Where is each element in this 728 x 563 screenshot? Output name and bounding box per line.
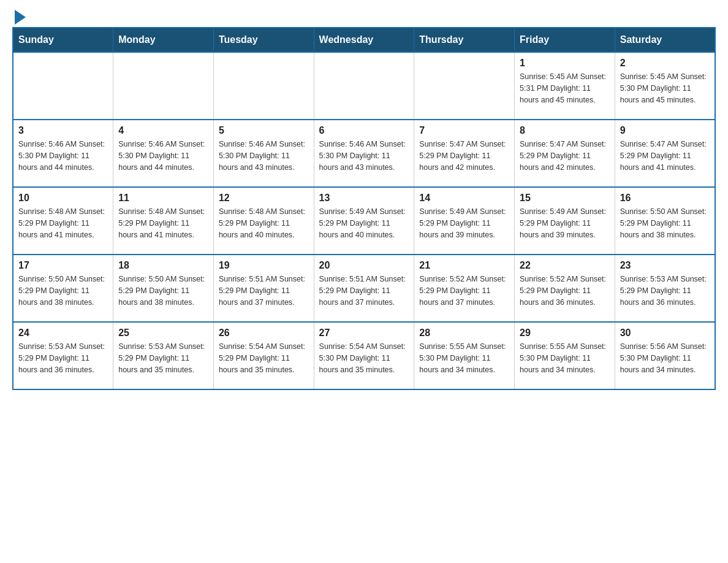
day-info: Sunrise: 5:54 AM Sunset: 5:29 PM Dayligh… bbox=[219, 341, 309, 375]
calendar-header-friday: Friday bbox=[515, 28, 615, 52]
day-info: Sunrise: 5:49 AM Sunset: 5:29 PM Dayligh… bbox=[319, 206, 409, 240]
calendar-cell: 26Sunrise: 5:54 AM Sunset: 5:29 PM Dayli… bbox=[213, 322, 314, 389]
calendar-cell: 2Sunrise: 5:45 AM Sunset: 5:30 PM Daylig… bbox=[615, 52, 715, 120]
calendar-cell: 13Sunrise: 5:49 AM Sunset: 5:29 PM Dayli… bbox=[314, 187, 414, 255]
calendar-cell: 30Sunrise: 5:56 AM Sunset: 5:30 PM Dayli… bbox=[615, 322, 715, 389]
calendar-header-tuesday: Tuesday bbox=[213, 28, 314, 52]
day-number: 6 bbox=[319, 125, 409, 136]
day-info: Sunrise: 5:53 AM Sunset: 5:29 PM Dayligh… bbox=[620, 274, 710, 308]
day-info: Sunrise: 5:49 AM Sunset: 5:29 PM Dayligh… bbox=[520, 206, 610, 240]
calendar-cell: 3Sunrise: 5:46 AM Sunset: 5:30 PM Daylig… bbox=[13, 120, 113, 187]
calendar-cell: 18Sunrise: 5:50 AM Sunset: 5:29 PM Dayli… bbox=[113, 255, 214, 322]
logo-general bbox=[12, 12, 26, 25]
calendar-cell: 29Sunrise: 5:55 AM Sunset: 5:30 PM Dayli… bbox=[515, 322, 615, 389]
calendar-header-saturday: Saturday bbox=[615, 28, 715, 52]
calendar-week-row: 10Sunrise: 5:48 AM Sunset: 5:29 PM Dayli… bbox=[13, 187, 715, 255]
calendar-cell bbox=[213, 52, 314, 120]
calendar-cell bbox=[13, 52, 113, 120]
day-info: Sunrise: 5:55 AM Sunset: 5:30 PM Dayligh… bbox=[520, 341, 610, 375]
day-number: 25 bbox=[118, 327, 208, 339]
day-number: 5 bbox=[219, 125, 309, 136]
day-number: 4 bbox=[118, 125, 208, 136]
day-number: 17 bbox=[18, 260, 108, 271]
calendar-cell: 20Sunrise: 5:51 AM Sunset: 5:29 PM Dayli… bbox=[314, 255, 414, 322]
day-number: 14 bbox=[419, 193, 509, 204]
day-info: Sunrise: 5:51 AM Sunset: 5:29 PM Dayligh… bbox=[319, 274, 409, 308]
day-number: 26 bbox=[219, 327, 309, 339]
day-number: 10 bbox=[18, 193, 108, 204]
day-info: Sunrise: 5:52 AM Sunset: 5:29 PM Dayligh… bbox=[419, 274, 509, 308]
day-number: 28 bbox=[419, 327, 509, 339]
day-number: 13 bbox=[319, 193, 409, 204]
calendar-week-row: 3Sunrise: 5:46 AM Sunset: 5:30 PM Daylig… bbox=[13, 120, 715, 187]
day-info: Sunrise: 5:50 AM Sunset: 5:29 PM Dayligh… bbox=[118, 274, 208, 308]
day-number: 24 bbox=[18, 327, 108, 339]
calendar-header-monday: Monday bbox=[113, 28, 214, 52]
calendar-header-sunday: Sunday bbox=[13, 28, 113, 52]
day-info: Sunrise: 5:51 AM Sunset: 5:29 PM Dayligh… bbox=[219, 274, 309, 308]
day-info: Sunrise: 5:47 AM Sunset: 5:29 PM Dayligh… bbox=[620, 139, 710, 173]
day-number: 11 bbox=[118, 193, 208, 204]
calendar-table: SundayMondayTuesdayWednesdayThursdayFrid… bbox=[12, 27, 716, 390]
day-info: Sunrise: 5:45 AM Sunset: 5:30 PM Dayligh… bbox=[620, 71, 710, 105]
calendar-week-row: 1Sunrise: 5:45 AM Sunset: 5:31 PM Daylig… bbox=[13, 52, 715, 120]
day-number: 30 bbox=[620, 327, 710, 339]
calendar-cell: 1Sunrise: 5:45 AM Sunset: 5:31 PM Daylig… bbox=[515, 52, 615, 120]
day-info: Sunrise: 5:50 AM Sunset: 5:29 PM Dayligh… bbox=[18, 274, 108, 308]
day-info: Sunrise: 5:45 AM Sunset: 5:31 PM Dayligh… bbox=[520, 71, 610, 105]
calendar-week-row: 17Sunrise: 5:50 AM Sunset: 5:29 PM Dayli… bbox=[13, 255, 715, 322]
day-number: 7 bbox=[419, 125, 509, 136]
day-info: Sunrise: 5:46 AM Sunset: 5:30 PM Dayligh… bbox=[219, 139, 309, 173]
day-info: Sunrise: 5:47 AM Sunset: 5:29 PM Dayligh… bbox=[520, 139, 610, 173]
day-info: Sunrise: 5:50 AM Sunset: 5:29 PM Dayligh… bbox=[620, 206, 710, 240]
day-number: 3 bbox=[18, 125, 108, 136]
day-info: Sunrise: 5:46 AM Sunset: 5:30 PM Dayligh… bbox=[319, 139, 409, 173]
logo-arrow-icon bbox=[15, 10, 26, 25]
day-number: 22 bbox=[520, 260, 610, 271]
calendar-header-thursday: Thursday bbox=[414, 28, 515, 52]
calendar-cell: 8Sunrise: 5:47 AM Sunset: 5:29 PM Daylig… bbox=[515, 120, 615, 187]
calendar-cell: 24Sunrise: 5:53 AM Sunset: 5:29 PM Dayli… bbox=[13, 322, 113, 389]
day-info: Sunrise: 5:46 AM Sunset: 5:30 PM Dayligh… bbox=[118, 139, 208, 173]
page-header bbox=[12, 12, 716, 21]
logo bbox=[12, 12, 26, 21]
calendar-cell: 27Sunrise: 5:54 AM Sunset: 5:30 PM Dayli… bbox=[314, 322, 414, 389]
day-number: 2 bbox=[620, 58, 710, 69]
calendar-cell: 21Sunrise: 5:52 AM Sunset: 5:29 PM Dayli… bbox=[414, 255, 515, 322]
calendar-cell: 14Sunrise: 5:49 AM Sunset: 5:29 PM Dayli… bbox=[414, 187, 515, 255]
calendar-cell: 22Sunrise: 5:52 AM Sunset: 5:29 PM Dayli… bbox=[515, 255, 615, 322]
day-number: 8 bbox=[520, 125, 610, 136]
day-info: Sunrise: 5:54 AM Sunset: 5:30 PM Dayligh… bbox=[319, 341, 409, 375]
day-number: 20 bbox=[319, 260, 409, 271]
day-number: 18 bbox=[118, 260, 208, 271]
day-number: 29 bbox=[520, 327, 610, 339]
calendar-cell: 17Sunrise: 5:50 AM Sunset: 5:29 PM Dayli… bbox=[13, 255, 113, 322]
calendar-cell: 9Sunrise: 5:47 AM Sunset: 5:29 PM Daylig… bbox=[615, 120, 715, 187]
day-info: Sunrise: 5:48 AM Sunset: 5:29 PM Dayligh… bbox=[219, 206, 309, 240]
day-info: Sunrise: 5:48 AM Sunset: 5:29 PM Dayligh… bbox=[18, 206, 108, 240]
day-number: 1 bbox=[520, 58, 610, 69]
calendar-cell: 7Sunrise: 5:47 AM Sunset: 5:29 PM Daylig… bbox=[414, 120, 515, 187]
calendar-cell: 28Sunrise: 5:55 AM Sunset: 5:30 PM Dayli… bbox=[414, 322, 515, 389]
day-number: 27 bbox=[319, 327, 409, 339]
day-info: Sunrise: 5:49 AM Sunset: 5:29 PM Dayligh… bbox=[419, 206, 509, 240]
day-info: Sunrise: 5:56 AM Sunset: 5:30 PM Dayligh… bbox=[620, 341, 710, 375]
calendar-cell: 10Sunrise: 5:48 AM Sunset: 5:29 PM Dayli… bbox=[13, 187, 113, 255]
calendar-header-wednesday: Wednesday bbox=[314, 28, 414, 52]
calendar-cell: 4Sunrise: 5:46 AM Sunset: 5:30 PM Daylig… bbox=[113, 120, 214, 187]
calendar-header-row: SundayMondayTuesdayWednesdayThursdayFrid… bbox=[13, 28, 715, 52]
day-number: 21 bbox=[419, 260, 509, 271]
day-info: Sunrise: 5:53 AM Sunset: 5:29 PM Dayligh… bbox=[118, 341, 208, 375]
day-info: Sunrise: 5:48 AM Sunset: 5:29 PM Dayligh… bbox=[118, 206, 208, 240]
calendar-cell bbox=[414, 52, 515, 120]
day-number: 9 bbox=[620, 125, 710, 136]
calendar-week-row: 24Sunrise: 5:53 AM Sunset: 5:29 PM Dayli… bbox=[13, 322, 715, 389]
calendar-cell: 15Sunrise: 5:49 AM Sunset: 5:29 PM Dayli… bbox=[515, 187, 615, 255]
calendar-cell bbox=[314, 52, 414, 120]
day-number: 15 bbox=[520, 193, 610, 204]
calendar-cell: 16Sunrise: 5:50 AM Sunset: 5:29 PM Dayli… bbox=[615, 187, 715, 255]
calendar-cell: 23Sunrise: 5:53 AM Sunset: 5:29 PM Dayli… bbox=[615, 255, 715, 322]
day-number: 23 bbox=[620, 260, 710, 271]
day-info: Sunrise: 5:47 AM Sunset: 5:29 PM Dayligh… bbox=[419, 139, 509, 173]
calendar-cell bbox=[113, 52, 214, 120]
